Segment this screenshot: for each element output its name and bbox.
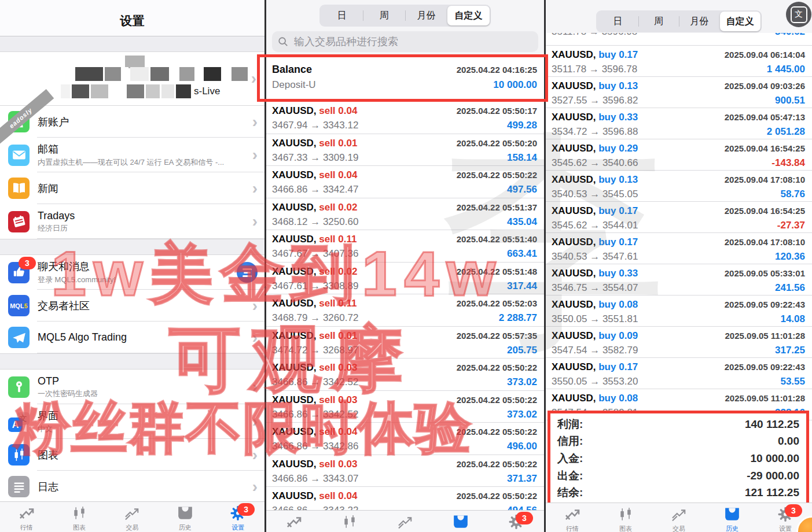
nav-label: 行情 xyxy=(20,523,33,532)
trade-row[interactable]: XAUUSD, sell 0.042025.04.22 05:50:223466… xyxy=(266,166,544,198)
trade-symbol: XAUUSD, sell 0.02 xyxy=(272,266,357,278)
tab-月份[interactable]: 月份 xyxy=(405,6,447,25)
nav-trade[interactable]: 交易 xyxy=(123,502,141,532)
trade-row[interactable]: XAUUSD, sell 0.042025.04.22 05:50:173467… xyxy=(266,102,544,134)
nav-quotes[interactable] xyxy=(285,511,303,531)
trade-symbol: XAUUSD, sell 0.03 xyxy=(272,459,357,470)
settings-item-Tradays[interactable]: Tradays经济日历› xyxy=(0,204,264,239)
nav-settings[interactable]: 3设置 xyxy=(777,503,794,532)
trade-row[interactable]: XAUUSD, buy 0.082025.09.05 09:22:433550.… xyxy=(546,295,812,327)
settings-item-新闻[interactable]: 新闻› xyxy=(0,172,264,204)
trade-profit: 317.44 xyxy=(507,280,537,292)
chevron-right-icon: › xyxy=(252,147,258,163)
trade-row[interactable]: XAUUSD, sell 0.112025.04.22 05:52:033468… xyxy=(266,294,544,327)
trade-row[interactable]: XAUUSD, buy 0.172025.09.04 17:08:103540.… xyxy=(546,233,812,264)
settings-item-日志[interactable]: 日志› xyxy=(0,471,264,503)
language-icon: 文A xyxy=(8,411,30,433)
settings-item-邮箱[interactable]: 邮箱内置虚拟主机——现在可以 24/7 运行 EA 交易和信号 -...› xyxy=(0,138,264,172)
nav-settings[interactable]: 3设置 xyxy=(229,502,247,532)
trade-symbol: XAUUSD, sell 0.03 xyxy=(272,362,357,374)
nav-history[interactable]: 历史 xyxy=(723,503,741,532)
clipped-trade-row[interactable]: 3511.78 → 3596.08340.62 xyxy=(546,33,812,46)
trade-profit: 58.76 xyxy=(780,189,805,200)
trade-time: 2025.09.04 06:14:04 xyxy=(725,50,805,60)
trade-row[interactable]: XAUUSD, buy 0.332025.09.05 05:33:013546.… xyxy=(546,264,812,295)
trade-row[interactable]: XAUUSD, sell 0.032025.04.22 05:50:223466… xyxy=(266,455,544,487)
summary-value: 0.00 xyxy=(778,435,799,448)
summary-row-出金: 出金:-29 000.00 xyxy=(557,468,799,483)
trade-symbol: XAUUSD, buy 0.17 xyxy=(552,49,638,61)
translate-button[interactable]: 文 xyxy=(786,2,811,27)
trade-row[interactable]: XAUUSD, buy 0.332025.09.04 05:47:133534.… xyxy=(546,108,812,139)
tab-自定义[interactable]: 自定义 xyxy=(720,12,761,31)
nav-quotes[interactable]: 行情 xyxy=(18,502,35,532)
trade-row[interactable]: XAUUSD, sell 0.032025.04.22 05:50:223466… xyxy=(266,359,544,391)
tab-日[interactable]: 日 xyxy=(597,12,638,31)
trade-time: 2025.04.22 05:50:20 xyxy=(457,138,537,148)
trade-prices: 3468.12 → 3250.60 xyxy=(272,216,358,228)
item-sublabel: 一次性密码生成器 xyxy=(38,389,252,399)
nav-trade[interactable]: 交易 xyxy=(670,503,688,532)
masked-account-server: s-Live xyxy=(61,84,220,98)
quotes-icon xyxy=(18,505,35,522)
trade-time: 2025.09.05 11:01:28 xyxy=(725,393,805,403)
trade-profit: 241.56 xyxy=(775,282,805,294)
trade-row[interactable]: XAUUSD, sell 0.032025.04.22 05:50:223466… xyxy=(266,391,544,423)
trade-profit: 497.56 xyxy=(507,184,537,195)
trade-row[interactable]: XAUUSD, buy 0.132025.09.04 09:03:263527.… xyxy=(546,77,812,108)
trade-row[interactable]: XAUUSD, buy 0.132025.09.04 17:08:103540.… xyxy=(546,171,812,202)
trade-row[interactable]: XAUUSD, buy 0.092025.09.05 11:01:283547.… xyxy=(546,327,812,358)
nav-label: 历史 xyxy=(726,524,738,532)
account-row[interactable]: eadosly s-Live › xyxy=(0,52,264,106)
nav-trade[interactable] xyxy=(396,511,414,531)
tab-周[interactable]: 周 xyxy=(363,6,405,25)
settings-item-聊天和消息[interactable]: 3聊天和消息登录 MQL5.community! xyxy=(0,255,264,290)
search-input[interactable] xyxy=(293,35,532,49)
settings-item-图表[interactable]: 图表› xyxy=(0,439,264,471)
trade-prices: 3545.62 → 3544.01 xyxy=(552,220,638,231)
trade-row[interactable]: XAUUSD, sell 0.012025.04.22 05:50:203467… xyxy=(266,134,544,167)
nav-history[interactable] xyxy=(452,511,469,531)
trade-prices: 3547.54 → 3582.79 xyxy=(552,345,638,356)
account-suffix: s-Live xyxy=(194,86,220,97)
summary-value: 140 112.25 xyxy=(745,418,799,431)
trade-row[interactable]: XAUUSD, buy 0.172025.09.04 06:14:043511.… xyxy=(546,46,812,77)
trade-row[interactable]: XAUUSD, sell 0.022025.04.22 05:51:373468… xyxy=(266,198,544,231)
nav-label: 图表 xyxy=(619,524,632,532)
trade-row[interactable]: XAUUSD, buy 0.292025.09.04 16:54:253545.… xyxy=(546,139,812,171)
settings-item-界面[interactable]: 文A界面中文› xyxy=(0,404,264,439)
trade-row[interactable]: XAUUSD, sell 0.112025.04.22 05:51:403467… xyxy=(266,230,544,263)
trade-prices: 3511.78 → 3596.08 xyxy=(552,33,637,38)
trade-row[interactable]: XAUUSD, buy 0.172025.09.05 09:22:433550.… xyxy=(546,358,812,389)
nav-history[interactable]: 历史 xyxy=(177,502,194,532)
mql5-messenger-icon[interactable] xyxy=(237,262,258,283)
trade-profit: 14.08 xyxy=(780,313,805,325)
settings-item-交易者社区[interactable]: MQL5交易者社区› xyxy=(0,290,264,322)
trade-time: 2025.04.22 05:51:37 xyxy=(457,202,537,212)
tab-周[interactable]: 周 xyxy=(638,12,679,31)
settings-menu: 新账户›邮箱内置虚拟主机——现在可以 24/7 运行 EA 交易和信号 -...… xyxy=(0,106,264,503)
settings-item-MQL5 Algo Trading[interactable]: MQL5 Algo Trading› xyxy=(0,322,264,353)
tab-自定义[interactable]: 自定义 xyxy=(447,6,490,25)
trade-row[interactable]: XAUUSD, sell 0.012025.04.22 05:57:353474… xyxy=(266,327,544,359)
red-annotation-box-balance xyxy=(257,54,548,102)
charts-icon xyxy=(617,507,634,523)
nav-charts[interactable] xyxy=(341,511,358,531)
trade-row[interactable]: XAUUSD, sell 0.042025.04.22 05:50:223466… xyxy=(266,423,544,455)
nav-quotes[interactable]: 行情 xyxy=(564,503,581,532)
nav-settings[interactable]: 3 xyxy=(508,511,525,531)
search-bar[interactable] xyxy=(272,31,538,52)
trade-list-sell: XAUUSD, sell 0.042025.04.22 05:50:173467… xyxy=(266,102,544,519)
trade-icon xyxy=(123,505,141,522)
nav-charts[interactable]: 图表 xyxy=(617,503,634,532)
settings-item-OTP[interactable]: OTP一次性密码生成器› xyxy=(0,370,264,404)
history-icon xyxy=(177,505,194,522)
tab-日[interactable]: 日 xyxy=(321,6,363,25)
trade-row[interactable]: XAUUSD, sell 0.022025.04.22 05:51:483467… xyxy=(266,263,544,295)
tab-月份[interactable]: 月份 xyxy=(679,12,720,31)
settings-item-新账户[interactable]: 新账户› xyxy=(0,106,264,138)
nav-charts[interactable]: 图表 xyxy=(71,502,88,532)
journal-icon xyxy=(8,476,30,497)
trade-time: 2025.09.04 17:08:10 xyxy=(725,175,805,184)
trade-row[interactable]: XAUUSD, buy 0.172025.09.04 16:54:253545.… xyxy=(546,202,812,233)
